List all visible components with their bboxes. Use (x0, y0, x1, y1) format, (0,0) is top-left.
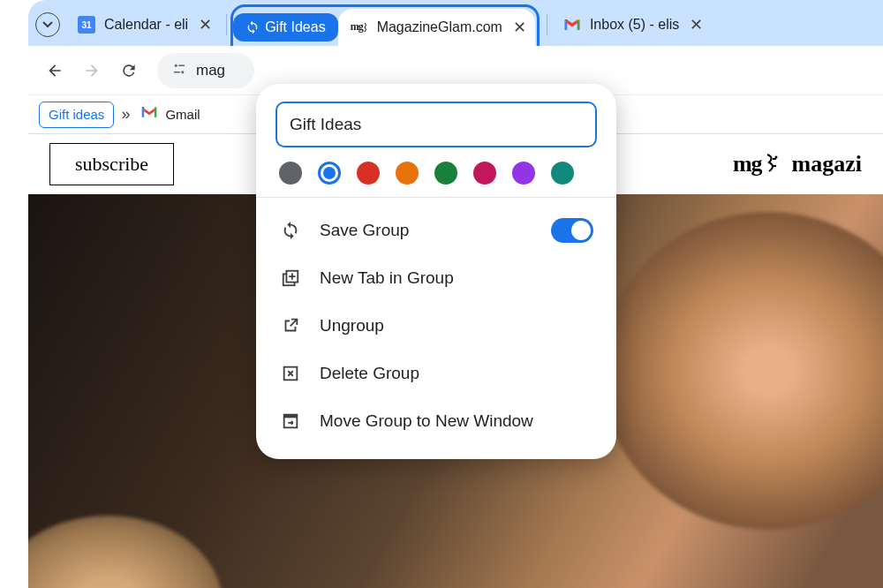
move-window-icon (279, 410, 302, 433)
color-purple[interactable] (512, 162, 535, 185)
group-pill-label: Gift Ideas (265, 19, 325, 35)
color-blue[interactable] (318, 162, 341, 185)
tab-calendar[interactable]: 31 Calendar - eli ✕ (65, 7, 221, 42)
svg-point-2 (181, 71, 184, 73)
brand-text: magazi (792, 151, 862, 177)
menu-move-group[interactable]: Move Group to New Window (256, 397, 616, 445)
svg-rect-9 (284, 415, 298, 418)
new-tab-icon (279, 267, 302, 290)
menu-ungroup[interactable]: Ungroup (256, 302, 616, 350)
brand-logo: mg (733, 151, 783, 177)
sync-icon (279, 219, 302, 242)
forward-button[interactable] (76, 55, 108, 87)
subscribe-button[interactable]: subscribe (49, 143, 174, 185)
menu-save-group[interactable]: Save Group (256, 207, 616, 254)
menu-label: New Tab in Group (320, 268, 454, 288)
close-icon[interactable]: ✕ (513, 18, 526, 37)
menu-label: Ungroup (320, 316, 384, 335)
tab-inbox[interactable]: Inbox (5) - elis ✕ (551, 7, 712, 42)
bookmark-gmail[interactable]: Gmail (140, 105, 200, 124)
bookmark-label: Gmail (165, 107, 200, 122)
color-teal[interactable] (551, 162, 574, 185)
magazine-icon: mg (351, 19, 368, 36)
color-orange[interactable] (396, 162, 419, 185)
tab-divider (547, 14, 547, 35)
divider (256, 197, 616, 198)
bookmark-overflow[interactable]: » (121, 105, 130, 124)
bookmark-folder-gift-ideas[interactable]: Gift ideas (39, 102, 114, 128)
color-green[interactable] (434, 162, 457, 185)
gmail-icon (563, 16, 581, 34)
tab-group-outline: Gift Ideas mg MagazineGlam.com ✕ (230, 4, 540, 46)
calendar-icon: 31 (78, 16, 95, 34)
svg-rect-3 (174, 72, 180, 73)
color-red[interactable] (357, 162, 380, 185)
save-group-toggle[interactable] (551, 218, 593, 243)
delete-icon (279, 362, 302, 385)
group-name-input[interactable] (275, 102, 597, 147)
search-tabs-button[interactable] (35, 12, 60, 37)
sync-icon (245, 20, 260, 34)
color-grey[interactable] (279, 162, 302, 185)
tab-divider (226, 14, 227, 35)
color-swatches (279, 162, 593, 185)
gmail-icon (140, 105, 160, 124)
menu-new-tab-in-group[interactable]: New Tab in Group (256, 254, 616, 302)
menu-label: Delete Group (320, 364, 419, 383)
menu-delete-group[interactable]: Delete Group (256, 350, 616, 397)
menu-label: Move Group to New Window (320, 411, 533, 431)
close-icon[interactable]: ✕ (690, 15, 703, 34)
svg-rect-1 (178, 65, 185, 67)
site-brand[interactable]: mg magazi (733, 151, 862, 177)
tab-title: MagazineGlam.com (377, 19, 502, 35)
address-bar[interactable]: mag (157, 53, 254, 88)
tab-group-pill[interactable]: Gift Ideas (233, 13, 337, 41)
svg-point-4 (774, 156, 777, 159)
tab-group-menu: Save Group New Tab in Group Ungroup Dele… (256, 84, 616, 459)
tab-strip: 31 Calendar - eli ✕ Gift Ideas mg Magazi… (28, 0, 883, 46)
svg-point-0 (175, 64, 177, 67)
color-pink[interactable] (473, 162, 496, 185)
menu-label: Save Group (320, 221, 409, 240)
close-icon[interactable]: ✕ (199, 15, 212, 34)
site-settings-icon[interactable] (171, 61, 187, 79)
tab-title: Inbox (5) - elis (590, 17, 679, 33)
url-text: mag (196, 62, 225, 79)
ungroup-icon (279, 314, 302, 337)
tab-active[interactable]: mg MagazineGlam.com ✕ (338, 9, 535, 46)
reload-button[interactable] (113, 55, 145, 87)
back-button[interactable] (39, 55, 71, 87)
tab-title: Calendar - eli (104, 17, 188, 33)
